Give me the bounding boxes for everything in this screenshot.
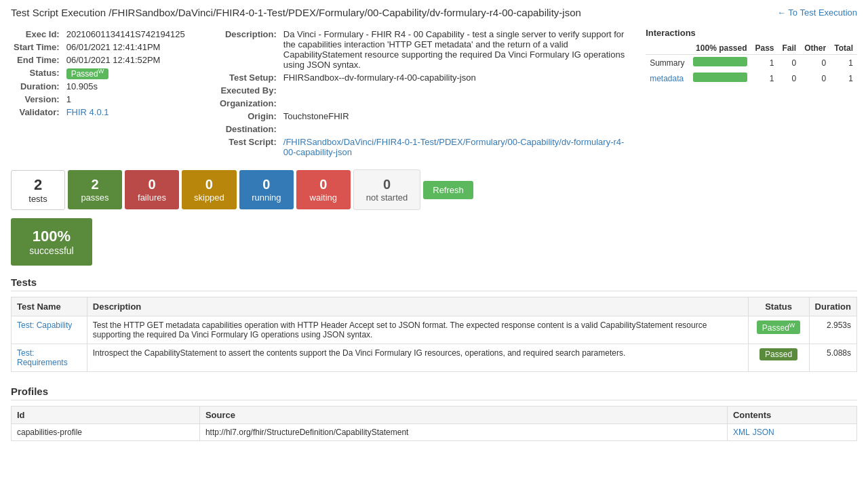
test-script-link[interactable]: /FHIRSandbox/DaVinci/FHIR4-0-1-Test/PDEX…: [283, 137, 625, 157]
interaction-fail: 0: [778, 55, 801, 71]
test-setup-value: FHIRSandbox--dv-formulary-r4-00-capabili…: [281, 71, 629, 84]
exec-id-value: 20210601134141S742194125: [64, 28, 188, 41]
test-script-label: Test Script:: [217, 136, 281, 159]
interactions-panel: Interactions 100% passed Pass Fail Other…: [646, 28, 857, 159]
interaction-name: Summary: [646, 55, 688, 71]
status-badge: PassedW: [66, 68, 109, 79]
success-box: 100% successful: [11, 218, 92, 266]
duration-value: 10.905s: [64, 80, 188, 93]
col-other: Other: [800, 42, 830, 55]
executed-by-value: [281, 84, 629, 97]
validator-link[interactable]: FHIR 4.0.1: [66, 107, 109, 117]
interaction-row: metadata1001: [646, 70, 857, 86]
profiles-section: Profiles Id Source Contents capabilities…: [11, 386, 857, 441]
validator-label: Validator:: [11, 106, 64, 119]
test-status-cell: Passed: [748, 344, 809, 372]
running-label: running: [252, 192, 281, 203]
passes-label: passes: [80, 192, 110, 203]
destination-value: [281, 123, 629, 136]
status-label: Status:: [11, 66, 64, 80]
tests-num: 2: [22, 176, 54, 194]
description-value: Da Vinci - Formulary - FHIR R4 - 00 Capa…: [281, 28, 629, 71]
test-name-cell: Test: Capability: [12, 316, 87, 344]
version-value: 1: [64, 93, 188, 106]
origin-label: Origin:: [217, 110, 281, 123]
page-title: Test Script Execution /FHIRSandbox/DaVin…: [11, 7, 581, 18]
meta-left: Exec Id: 20210601134141S742194125 Start …: [11, 28, 201, 159]
success-pct: 100%: [27, 228, 76, 245]
title-main: Test Script Execution: [11, 7, 106, 18]
col-pass: Pass: [751, 42, 778, 55]
interaction-total: 1: [830, 70, 857, 86]
notstarted-num: 0: [366, 177, 408, 192]
description-label: Description:: [217, 28, 281, 71]
stats-row: 2 tests 2 passes 0 failures 0 skipped 0 …: [11, 169, 857, 210]
tests-section-title: Tests: [11, 276, 857, 291]
interaction-name-link[interactable]: metadata: [650, 74, 684, 83]
test-description-cell: Introspect the CapabilityStatement to as…: [87, 344, 748, 372]
version-label: Version:: [11, 93, 64, 106]
interaction-bar: [689, 55, 751, 71]
organization-label: Organization:: [217, 97, 281, 110]
skipped-label: skipped: [194, 192, 224, 203]
duration-label: Duration:: [11, 80, 64, 93]
interaction-name[interactable]: metadata: [646, 70, 688, 86]
table-row: Test: RequirementsIntrospect the Capabil…: [12, 344, 857, 372]
tests-section: Tests Test Name Description Status Durat…: [11, 276, 857, 372]
passes-num: 2: [80, 177, 110, 192]
destination-label: Destination:: [217, 123, 281, 136]
xml-link[interactable]: XML: [733, 428, 750, 437]
meta-middle: Description: Da Vinci - Formulary - FHIR…: [217, 28, 629, 159]
col-fail: Fail: [778, 42, 801, 55]
col-duration: Duration: [809, 297, 856, 316]
interaction-other: 0: [800, 55, 830, 71]
failures-num: 0: [137, 177, 167, 192]
interaction-pass: 1: [751, 55, 778, 71]
test-duration-cell: 2.953s: [809, 316, 856, 344]
test-setup-label: Test Setup:: [217, 71, 281, 84]
refresh-button[interactable]: Refresh: [423, 181, 473, 199]
test-name-link[interactable]: Test: Requirements: [17, 348, 68, 367]
status-badge: PassedW: [757, 320, 801, 334]
interactions-title: Interactions: [646, 28, 857, 38]
col-total: Total: [830, 42, 857, 55]
success-label: successful: [27, 245, 76, 256]
interactions-table: 100% passed Pass Fail Other Total Summar…: [646, 42, 857, 86]
executed-by-label: Executed By:: [217, 84, 281, 97]
col-100passed: 100% passed: [689, 42, 751, 55]
end-time-label: End Time:: [11, 54, 64, 66]
col-description: Description: [87, 297, 748, 316]
stat-passes: 2 passes: [68, 170, 122, 209]
stat-waiting: 0 waiting: [296, 170, 351, 209]
interaction-pass: 1: [751, 70, 778, 86]
profile-source-cell: http://hl7.org/fhir/StructureDefinition/…: [199, 424, 727, 441]
running-num: 0: [252, 177, 281, 192]
col-test-name: Test Name: [12, 297, 87, 316]
table-row: capabilities-profilehttp://hl7.org/fhir/…: [12, 424, 857, 441]
skipped-num: 0: [194, 177, 224, 192]
tests-label: tests: [22, 194, 54, 204]
status-badge: Passed: [760, 348, 797, 360]
waiting-label: waiting: [309, 192, 338, 203]
profile-id-cell: capabilities-profile: [12, 424, 200, 441]
origin-value: TouchstoneFHIR: [281, 110, 629, 123]
col-id: Id: [12, 407, 200, 424]
back-link[interactable]: To Test Execution: [777, 7, 857, 18]
profile-contents-cell: XMLJSON: [727, 424, 856, 441]
test-name-link[interactable]: Test: Capability: [17, 320, 72, 330]
stat-skipped: 0 skipped: [182, 170, 237, 209]
validator-value: FHIR 4.0.1: [64, 106, 188, 119]
tests-table: Test Name Description Status Duration Te…: [11, 297, 857, 372]
stat-tests: 2 tests: [11, 170, 65, 210]
json-link[interactable]: JSON: [753, 428, 774, 437]
start-time-value: 06/01/2021 12:41:41PM: [64, 41, 188, 54]
waiting-num: 0: [309, 177, 338, 192]
title-path: /FHIRSandbox/DaVinci/FHIR4-0-1-Test/PDEX…: [108, 7, 581, 18]
table-row: Test: CapabilityTest the HTTP GET metada…: [12, 316, 857, 344]
interaction-bar: [689, 70, 751, 86]
start-time-label: Start Time:: [11, 41, 64, 54]
interaction-row: Summary1001: [646, 55, 857, 71]
organization-value: [281, 97, 629, 110]
status-value: PassedW: [64, 66, 188, 80]
col-source: Source: [199, 407, 727, 424]
